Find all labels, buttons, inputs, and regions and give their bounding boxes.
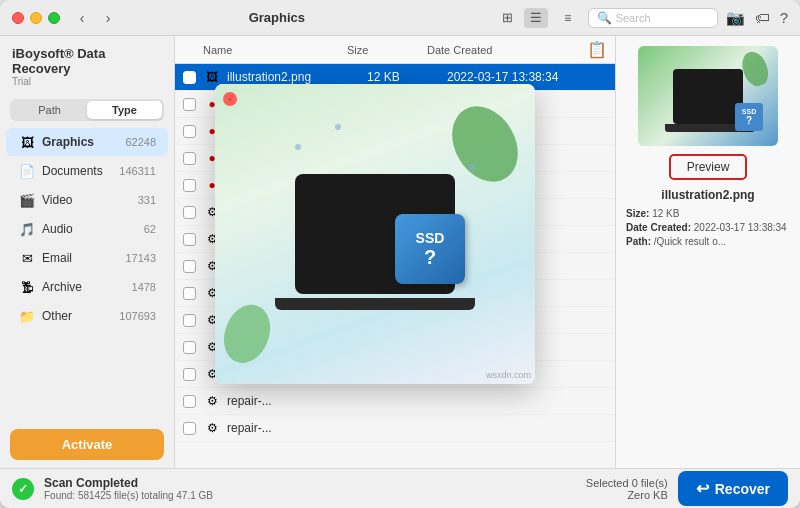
sidebar-tabs: Path Type [10, 99, 164, 121]
preview-info: Size: 12 KB Date Created: 2022-03-17 13:… [626, 208, 790, 250]
dot-1 [295, 144, 301, 150]
video-icon: 🎬 [18, 191, 36, 209]
documents-icon: 📄 [18, 162, 36, 180]
file-list: × SSD ? [175, 64, 615, 468]
preview-thumbnail: SSD? [638, 46, 778, 146]
preview-date-label: Date Created: [626, 222, 691, 233]
preview-path-value: /Quick result o... [654, 236, 726, 247]
row-checkbox[interactable] [183, 206, 203, 219]
sidebar-label-other: Other [42, 309, 119, 323]
sidebar-count-email: 17143 [125, 252, 156, 264]
sidebar-count-audio: 62 [144, 223, 156, 235]
tab-type[interactable]: Type [87, 101, 162, 119]
sidebar-item-audio[interactable]: 🎵 Audio 62 [6, 215, 168, 243]
sidebar-item-graphics[interactable]: 🖼 Graphics 62248 [6, 128, 168, 156]
preview-path-row: Path: /Quick result o... [626, 236, 790, 247]
sidebar-item-archive[interactable]: 🗜 Archive 1478 [6, 273, 168, 301]
search-box[interactable]: 🔍 Search [588, 8, 718, 28]
row-checkbox[interactable] [183, 422, 203, 435]
brand-name: iBoysoft® Data Recovery [12, 46, 162, 76]
dot-2 [335, 124, 341, 130]
preview-filename: illustration2.png [661, 188, 754, 202]
activate-button[interactable]: Activate [10, 429, 164, 460]
row-checkbox[interactable] [183, 233, 203, 246]
file-name: repair-... [227, 421, 607, 435]
help-icon[interactable]: ? [780, 9, 788, 26]
table-row[interactable]: ⚙ repair-... [175, 388, 615, 415]
tag-icon[interactable]: 🏷 [755, 9, 770, 26]
recover-button[interactable]: ↩ Recover [678, 471, 788, 506]
popup-image: SSD ? wsxdn.com [215, 84, 535, 384]
sidebar-label-archive: Archive [42, 280, 132, 294]
tab-path[interactable]: Path [12, 101, 87, 119]
other-icon: 📁 [18, 307, 36, 325]
ssd-label: SSD [416, 230, 445, 246]
row-checkbox[interactable] [183, 98, 203, 111]
leaf-decoration-2 [216, 298, 279, 370]
table-row[interactable]: ⚙ repair-... [175, 415, 615, 442]
thumb-ssd: SSD? [735, 103, 763, 131]
scan-complete-icon: ✓ [12, 478, 34, 500]
list-view-button[interactable]: ☰ [524, 8, 548, 28]
header-name: Name [203, 44, 347, 56]
app-window: ‹ › Graphics ⊞ ☰ ≡ 🔍 Search 📷 🏷 ? [0, 0, 800, 508]
header-action: 📋 [587, 40, 607, 59]
row-checkbox[interactable] [183, 260, 203, 273]
sidebar-label-video: Video [42, 193, 138, 207]
sidebar-count-graphics: 62248 [125, 136, 156, 148]
preview-size-value: 12 KB [652, 208, 679, 219]
status-main-text: Scan Completed [44, 476, 213, 490]
popup-close-button[interactable]: × [223, 92, 237, 106]
row-checkbox[interactable] [183, 125, 203, 138]
sidebar-count-other: 107693 [119, 310, 156, 322]
preview-panel: SSD? Preview illustration2.png Size: 12 … [615, 36, 800, 468]
preview-button[interactable]: Preview [669, 154, 748, 180]
traffic-lights [12, 12, 60, 24]
recover-icon: ↩ [696, 479, 709, 498]
preview-date-value: 2022-03-17 13:38:34 [694, 222, 787, 233]
file-type-icon: ⚙ [203, 392, 221, 410]
row-checkbox[interactable] [183, 287, 203, 300]
sidebar-label-audio: Audio [42, 222, 144, 236]
audio-icon: 🎵 [18, 220, 36, 238]
close-button[interactable] [12, 12, 24, 24]
sidebar-brand: iBoysoft® Data Recovery Trial [0, 36, 174, 93]
grid-view-button[interactable]: ⊞ [496, 8, 520, 28]
sidebar-item-documents[interactable]: 📄 Documents 146311 [6, 157, 168, 185]
archive-icon: 🗜 [18, 278, 36, 296]
row-checkbox[interactable] [183, 314, 203, 327]
preview-path-label: Path: [626, 236, 651, 247]
sidebar-label-documents: Documents [42, 164, 119, 178]
minimize-button[interactable] [30, 12, 42, 24]
row-checkbox[interactable] [183, 71, 203, 84]
camera-icon[interactable]: 📷 [726, 9, 745, 27]
window-title: Graphics [58, 10, 496, 25]
sidebar-item-other[interactable]: 📁 Other 107693 [6, 302, 168, 330]
titlebar: ‹ › Graphics ⊞ ☰ ≡ 🔍 Search 📷 🏷 ? [0, 0, 800, 36]
row-checkbox[interactable] [183, 152, 203, 165]
view-toggle: ⊞ ☰ [496, 8, 548, 28]
file-name: illustration2.png [227, 70, 367, 84]
file-type-icon: ⚙ [203, 419, 221, 437]
file-header: Name Size Date Created 📋 [175, 36, 615, 64]
header-size: Size [347, 44, 427, 56]
sidebar-item-video[interactable]: 🎬 Video 331 [6, 186, 168, 214]
search-icon: 🔍 [597, 11, 612, 25]
sidebar-label-email: Email [42, 251, 125, 265]
status-bar: ✓ Scan Completed Found: 581425 file(s) t… [0, 468, 800, 508]
status-sub-text: Found: 581425 file(s) totaling 47.1 GB [44, 490, 213, 501]
row-checkbox[interactable] [183, 179, 203, 192]
filter-button[interactable]: ≡ [556, 8, 580, 28]
search-placeholder: Search [616, 12, 651, 24]
sidebar: iBoysoft® Data Recovery Trial Path Type … [0, 36, 175, 468]
status-text: Scan Completed Found: 581425 file(s) tot… [44, 476, 213, 501]
graphics-icon: 🖼 [18, 133, 36, 151]
sidebar-count-documents: 146311 [119, 165, 156, 177]
watermark: wsxdn.com [486, 370, 531, 380]
file-size: 12 KB [367, 70, 447, 84]
row-checkbox[interactable] [183, 368, 203, 381]
row-checkbox[interactable] [183, 395, 203, 408]
row-checkbox[interactable] [183, 341, 203, 354]
ssd-question-icon: ? [424, 246, 436, 269]
sidebar-item-email[interactable]: ✉ Email 17143 [6, 244, 168, 272]
